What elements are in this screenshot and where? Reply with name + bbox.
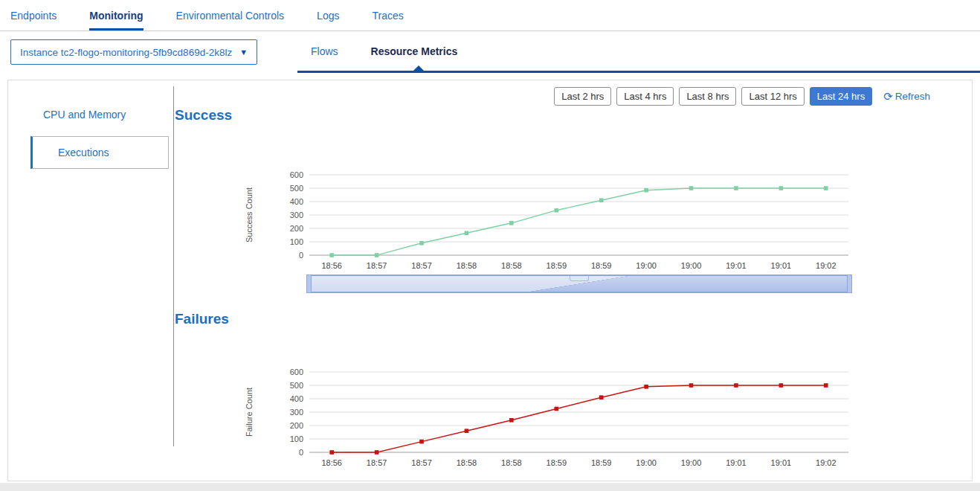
failures-line-chart: 0100200300400500600Failure Count18:5618:… <box>239 362 856 473</box>
svg-text:100: 100 <box>290 434 303 443</box>
refresh-button[interactable]: ⟳ Refresh <box>883 90 930 103</box>
time-button-last-12-hrs[interactable]: Last 12 hrs <box>741 87 804 106</box>
svg-text:18:56: 18:56 <box>321 458 342 467</box>
subtab-resource-metrics[interactable]: Resource Metrics <box>371 45 458 57</box>
refresh-label: Refresh <box>895 91 930 102</box>
svg-text:19:00: 19:00 <box>636 261 657 270</box>
sub-toolbar: Instance tc2-flogo-monitoring-5fb9cd869d… <box>0 31 980 73</box>
svg-text:400: 400 <box>290 394 303 403</box>
svg-text:500: 500 <box>290 184 303 193</box>
tab-traces[interactable]: Traces <box>372 0 403 31</box>
chart-range-selector[interactable] <box>309 275 849 293</box>
svg-text:19:01: 19:01 <box>771 458 792 467</box>
bottom-strip <box>0 483 980 491</box>
svg-text:400: 400 <box>290 197 303 206</box>
time-button-last-24-hrs[interactable]: Last 24 hrs <box>810 87 872 106</box>
svg-text:18:58: 18:58 <box>501 261 522 270</box>
svg-text:19:01: 19:01 <box>726 261 747 270</box>
refresh-icon: ⟳ <box>883 90 893 103</box>
svg-text:200: 200 <box>290 224 303 233</box>
instance-selector[interactable]: Instance tc2-flogo-monitoring-5fb9cd869d… <box>10 39 257 65</box>
svg-text:18:58: 18:58 <box>457 458 477 467</box>
svg-text:Failure Count: Failure Count <box>245 388 254 437</box>
failures-chart-title: Failures <box>175 311 229 327</box>
svg-text:19:00: 19:00 <box>681 261 702 270</box>
svg-text:0: 0 <box>299 251 303 260</box>
svg-text:18:57: 18:57 <box>367 458 387 467</box>
svg-text:300: 300 <box>290 408 303 417</box>
svg-text:500: 500 <box>290 381 303 390</box>
range-handle-right[interactable] <box>847 275 852 293</box>
tab-endpoints[interactable]: Endpoints <box>10 0 57 31</box>
subtab-underline <box>297 71 980 73</box>
top-nav: EndpointsMonitoringEnvironmental Control… <box>0 0 980 31</box>
success-chart-title: Success <box>175 107 232 123</box>
tab-logs[interactable]: Logs <box>317 0 339 31</box>
range-grip[interactable] <box>570 276 589 281</box>
vertical-divider <box>173 86 174 446</box>
svg-text:19:02: 19:02 <box>816 458 836 467</box>
instance-selector-label: Instance tc2-flogo-monitoring-5fb9cd869d… <box>20 47 232 58</box>
svg-text:18:58: 18:58 <box>457 261 477 270</box>
svg-text:100: 100 <box>290 237 303 246</box>
range-handle-left[interactable] <box>306 275 312 293</box>
sidebar-item-executions[interactable]: Executions <box>30 136 169 169</box>
svg-text:0: 0 <box>299 448 303 457</box>
time-range-row: Last 2 hrsLast 4 hrsLast 8 hrsLast 12 hr… <box>554 87 930 106</box>
svg-text:19:01: 19:01 <box>771 261 792 270</box>
top-nav-tabs: EndpointsMonitoringEnvironmental Control… <box>10 0 436 31</box>
tab-monitoring[interactable]: Monitoring <box>89 0 143 31</box>
svg-text:600: 600 <box>290 368 303 376</box>
time-range-buttons: Last 2 hrsLast 4 hrsLast 8 hrsLast 12 hr… <box>554 87 872 106</box>
subtab-flows[interactable]: Flows <box>311 45 338 57</box>
time-button-last-4-hrs[interactable]: Last 4 hrs <box>616 87 674 106</box>
tab-environmental-controls[interactable]: Environmental Controls <box>176 0 285 31</box>
time-button-last-2-hrs[interactable]: Last 2 hrs <box>554 87 611 106</box>
svg-text:19:02: 19:02 <box>816 261 836 270</box>
svg-text:18:59: 18:59 <box>547 261 567 270</box>
svg-text:18:57: 18:57 <box>411 458 432 467</box>
svg-text:300: 300 <box>290 211 303 219</box>
svg-text:18:59: 18:59 <box>547 458 567 467</box>
svg-text:18:57: 18:57 <box>411 261 432 270</box>
svg-text:19:00: 19:00 <box>681 458 702 467</box>
active-subtab-caret <box>413 65 424 71</box>
svg-text:18:57: 18:57 <box>367 261 387 270</box>
sidebar-item-cpu-and-memory[interactable]: CPU and Memory <box>43 109 126 121</box>
svg-text:18:58: 18:58 <box>501 458 522 467</box>
time-button-last-8-hrs[interactable]: Last 8 hrs <box>679 87 736 106</box>
chevron-down-icon: ▼ <box>239 48 248 57</box>
svg-text:200: 200 <box>290 421 303 430</box>
svg-text:18:59: 18:59 <box>591 458 612 467</box>
svg-text:19:00: 19:00 <box>636 458 657 467</box>
metrics-subtabs: FlowsResource Metrics <box>311 31 457 71</box>
svg-text:18:59: 18:59 <box>591 261 612 270</box>
svg-text:19:01: 19:01 <box>726 458 747 467</box>
metrics-panel: CPU and Memory Executions Last 2 hrsLast… <box>7 80 973 481</box>
svg-text:Success Count: Success Count <box>245 187 254 243</box>
svg-text:18:56: 18:56 <box>321 261 342 270</box>
svg-text:600: 600 <box>290 170 303 179</box>
success-line-chart: 0100200300400500600Success Count18:5618:… <box>239 164 856 276</box>
